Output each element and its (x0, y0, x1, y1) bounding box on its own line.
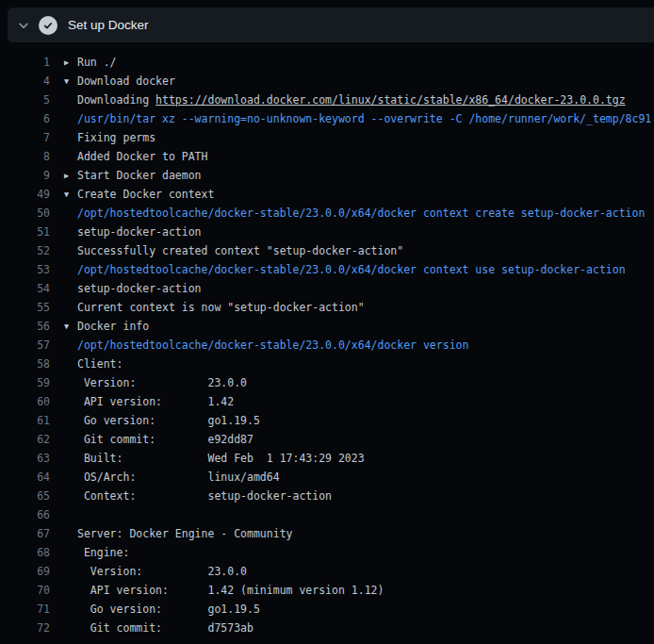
log-group-row[interactable]: 9▶Start Docker daemon (0, 166, 654, 185)
arrow-spacer (64, 411, 77, 430)
arrow-spacer (64, 204, 77, 223)
log-line: 58Client: (0, 355, 654, 373)
log-text: OS/Arch: linux/amd64 (77, 468, 654, 487)
log-line: 65 Context: setup-docker-action (0, 487, 654, 505)
collapsed-triangle-icon[interactable]: ▶ (64, 53, 77, 72)
download-url-link[interactable]: https://download.docker.com/linux/static… (155, 93, 626, 107)
line-number[interactable]: 71 (0, 600, 50, 619)
log-group-row[interactable]: 1▶Run ./ (0, 53, 654, 72)
log-text: Built: Wed Feb 1 17:43:29 2023 (77, 449, 654, 468)
log-line: 72 Git commit: d7573ab (0, 619, 654, 637)
log-text: Client: (77, 355, 654, 373)
log-line: 61 Go version: go1.19.5 (0, 411, 654, 430)
line-number[interactable]: 49 (0, 185, 50, 204)
line-number[interactable]: 59 (0, 373, 50, 392)
line-number[interactable]: 52 (0, 241, 50, 260)
log-line: 8Added Docker to PATH (0, 147, 654, 166)
line-number[interactable]: 64 (0, 468, 50, 487)
log-line: 63 Built: Wed Feb 1 17:43:29 2023 (0, 449, 654, 468)
expanded-triangle-icon[interactable]: ▼ (64, 317, 77, 336)
line-number[interactable]: 68 (0, 543, 50, 562)
line-number[interactable]: 62 (0, 430, 50, 449)
arrow-spacer (64, 298, 77, 317)
chevron-down-icon[interactable] (17, 19, 30, 32)
success-check-icon (39, 16, 57, 35)
log-text: Context: setup-docker-action (77, 487, 654, 505)
arrow-spacer (64, 581, 77, 600)
line-number[interactable]: 6 (0, 109, 50, 128)
log-line: 70 API version: 1.42 (minimum version 1.… (0, 581, 654, 600)
log-group-row[interactable]: 49▼Create Docker context (0, 185, 654, 204)
log-line: 59 Version: 23.0.0 (0, 373, 654, 392)
step-header-set-up-docker[interactable]: Set up Docker (8, 8, 654, 42)
log-text: Version: 23.0.0 (77, 562, 654, 581)
line-number[interactable]: 50 (0, 204, 50, 223)
log-line: 53/opt/hostedtoolcache/docker-stable/23.… (0, 260, 654, 279)
log-line: 71 Go version: go1.19.5 (0, 600, 654, 619)
line-number[interactable]: 72 (0, 619, 50, 637)
log-text: Git commit: d7573ab (77, 619, 654, 637)
line-number[interactable]: 58 (0, 355, 50, 373)
line-number[interactable]: 51 (0, 223, 50, 241)
arrow-spacer (64, 241, 77, 260)
arrow-spacer (64, 355, 77, 373)
collapsed-triangle-icon[interactable]: ▶ (64, 166, 77, 185)
line-number[interactable]: 56 (0, 317, 50, 336)
expanded-triangle-icon[interactable]: ▼ (64, 72, 77, 91)
log-line: 69 Version: 23.0.0 (0, 562, 654, 581)
log-line: 66 (0, 505, 654, 524)
arrow-spacer (64, 109, 77, 128)
arrow-spacer (64, 373, 77, 392)
line-number[interactable]: 57 (0, 336, 50, 355)
log-line: 67Server: Docker Engine - Community (0, 524, 654, 543)
line-number[interactable]: 55 (0, 298, 50, 317)
step-title: Set up Docker (68, 18, 149, 32)
line-number[interactable]: 61 (0, 411, 50, 430)
expanded-triangle-icon[interactable]: ▼ (64, 185, 77, 204)
line-number[interactable]: 8 (0, 147, 50, 166)
log-text: Downloading https://download.docker.com/… (77, 91, 654, 109)
line-number[interactable]: 1 (0, 53, 50, 72)
group-title: Docker info (77, 317, 654, 336)
line-number[interactable]: 7 (0, 128, 50, 147)
log-text: Added Docker to PATH (77, 147, 654, 166)
log-group-row[interactable]: 56▼Docker info (0, 317, 654, 336)
log-text: Successfully created context "setup-dock… (77, 241, 654, 260)
log-text: API version: 1.42 (minimum version 1.12) (77, 581, 654, 600)
arrow-spacer (64, 223, 77, 241)
line-number[interactable]: 67 (0, 524, 50, 543)
log-text: Engine: (77, 543, 654, 562)
line-number[interactable]: 65 (0, 487, 50, 505)
arrow-spacer (64, 279, 77, 298)
line-number[interactable]: 54 (0, 279, 50, 298)
line-number[interactable]: 66 (0, 505, 50, 524)
log-text: Current context is now "setup-docker-act… (77, 298, 654, 317)
group-title: Download docker (77, 72, 654, 91)
log-command-text: /usr/bin/tar xz --warning=no-unknown-key… (77, 109, 654, 128)
log-line: 55Current context is now "setup-docker-a… (0, 298, 654, 317)
line-number[interactable]: 63 (0, 449, 50, 468)
group-title: Run ./ (77, 53, 654, 72)
line-number[interactable]: 9 (0, 166, 50, 185)
log-text: Version: 23.0.0 (77, 373, 654, 392)
log-group-row[interactable]: 4▼Download docker (0, 72, 654, 91)
log-text: Server: Docker Engine - Community (77, 524, 654, 543)
log-text: Go version: go1.19.5 (77, 411, 654, 430)
arrow-spacer (64, 336, 77, 355)
arrow-spacer (64, 543, 77, 562)
log-text: setup-docker-action (77, 279, 654, 298)
line-number[interactable]: 4 (0, 72, 50, 91)
log-text: Fixing perms (77, 128, 654, 147)
line-number[interactable]: 53 (0, 260, 50, 279)
line-number[interactable]: 70 (0, 581, 50, 600)
line-number[interactable]: 60 (0, 392, 50, 411)
log-command-text: /opt/hostedtoolcache/docker-stable/23.0.… (77, 260, 654, 279)
log-text: Git commit: e92dd87 (77, 430, 654, 449)
line-number[interactable]: 69 (0, 562, 50, 581)
arrow-spacer (64, 91, 77, 109)
arrow-spacer (64, 524, 77, 543)
line-number[interactable]: 5 (0, 91, 50, 109)
log-line: 7Fixing perms (0, 128, 654, 147)
log-line: 50/opt/hostedtoolcache/docker-stable/23.… (0, 204, 654, 223)
arrow-spacer (64, 392, 77, 411)
